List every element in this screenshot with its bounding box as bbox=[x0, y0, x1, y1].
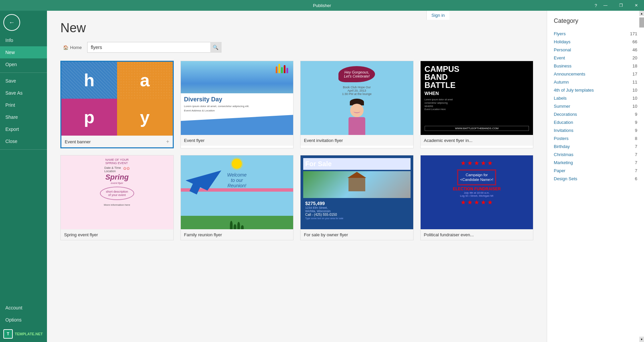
star-b2: ★ bbox=[467, 199, 473, 206]
maximize-button[interactable]: ❐ bbox=[613, 0, 629, 11]
category-item-event[interactable]: Event20 bbox=[554, 54, 637, 62]
category-label: Autumn bbox=[554, 80, 569, 85]
signin-button[interactable]: Sign in bbox=[426, 11, 449, 20]
category-label: Invitations bbox=[554, 128, 574, 133]
category-item-paper[interactable]: Paper7 bbox=[554, 167, 637, 175]
category-item-summer[interactable]: Summer10 bbox=[554, 102, 637, 110]
sidebar-item-account[interactable]: Account bbox=[0, 302, 47, 314]
template-name-event-invitation: Event invitation flyer bbox=[304, 138, 343, 143]
sidebar-item-save-as[interactable]: Save As bbox=[0, 87, 47, 99]
diversity-thumb: Diversity Day Lorem ipsum dolor sit amet… bbox=[181, 61, 293, 135]
diversity-title: Diversity Day bbox=[184, 96, 290, 103]
fundraiser-text: ELECTION FUNDRAISER bbox=[453, 187, 501, 191]
category-label: Marketing bbox=[554, 160, 573, 165]
sidebar-divider-1 bbox=[0, 72, 47, 73]
category-label: Event bbox=[554, 55, 565, 60]
diversity-text-area: Diversity Day Lorem ipsum dolor sit amet… bbox=[181, 93, 293, 115]
category-item-posters[interactable]: Posters8 bbox=[554, 135, 637, 143]
category-item-business[interactable]: Business18 bbox=[554, 62, 637, 70]
logo-text: TEMPLATE.NET bbox=[15, 332, 43, 336]
template-name-forsale: For sale by owner flyer bbox=[304, 232, 348, 237]
back-button[interactable]: ← bbox=[3, 14, 20, 31]
category-count: 11 bbox=[633, 80, 637, 85]
template-card-event-flyer[interactable]: Diversity Day Lorem ipsum dolor sit amet… bbox=[180, 61, 294, 148]
sidebar-item-export[interactable]: Export bbox=[0, 123, 47, 135]
template-label-spring: Spring event flyer bbox=[61, 229, 173, 240]
category-item-christmas[interactable]: Christmas7 bbox=[554, 151, 637, 159]
sidebar-item-info[interactable]: Info bbox=[0, 34, 47, 46]
stars-row-top: ★ ★ ★ ★ ★ bbox=[461, 159, 493, 167]
template-thumb-reunion: Welcometo ourReunion! bbox=[181, 155, 293, 229]
category-label: Design Sets bbox=[554, 176, 577, 181]
house-body bbox=[348, 178, 365, 191]
search-box: 🔍 bbox=[87, 42, 221, 53]
template-thumb-event-banner: h a p y bbox=[61, 62, 173, 136]
happy-cell-h: h bbox=[61, 62, 117, 99]
search-button[interactable]: 🔍 bbox=[210, 42, 221, 53]
category-item-holidays[interactable]: Holidays66 bbox=[554, 38, 637, 46]
home-button[interactable]: 🏠 Home bbox=[60, 44, 85, 51]
close-button[interactable]: ✕ bbox=[629, 0, 644, 11]
category-list: Flyers171Holidays66Personal46Event20Busi… bbox=[554, 30, 637, 183]
template-card-forsale[interactable]: For Sale $275,499 1234 Elm Street,Wichit… bbox=[300, 155, 414, 240]
minimize-button[interactable]: — bbox=[598, 0, 613, 11]
category-item-4th-of-july-templates[interactable]: 4th of July templates10 bbox=[554, 86, 637, 94]
category-item-labels[interactable]: Labels10 bbox=[554, 94, 637, 102]
star-5: ★ bbox=[487, 159, 493, 167]
template-card-event-banner[interactable]: h a p y Event banner + bbox=[60, 61, 174, 148]
title-bar: Publisher ? — ❐ ✕ bbox=[0, 0, 644, 11]
category-item-invitations[interactable]: Invitations9 bbox=[554, 127, 637, 135]
template-thumb-event-flyer: Diversity Day Lorem ipsum dolor sit amet… bbox=[181, 61, 293, 135]
category-item-flyers[interactable]: Flyers171 bbox=[554, 30, 637, 38]
scrollbar-thumb[interactable] bbox=[639, 17, 644, 28]
scrollbar-down[interactable]: ▼ bbox=[639, 337, 644, 342]
forsale-price: $275,499 bbox=[305, 201, 409, 206]
template-card-spring[interactable]: NAME OF YOURSPRING EVENT Date & TimeLoca… bbox=[60, 155, 174, 240]
template-card-academic[interactable]: CAMPUSBANDBATTLE WHEN Lorem ipsum dolor … bbox=[420, 61, 534, 148]
sidebar-item-close[interactable]: Close bbox=[0, 135, 47, 147]
category-label: Paper bbox=[554, 168, 566, 173]
sidebar-divider-2 bbox=[0, 149, 47, 150]
template-card-political[interactable]: ★ ★ ★ ★ ★ Campaign for<Candidate Name>! … bbox=[420, 155, 534, 240]
campus-thumb: CAMPUSBANDBATTLE WHEN Lorem ipsum dolor … bbox=[421, 61, 533, 135]
category-item-announcements[interactable]: Announcements17 bbox=[554, 70, 637, 78]
category-count: 10 bbox=[633, 104, 637, 109]
category-item-marketing[interactable]: Marketing7 bbox=[554, 159, 637, 167]
category-item-birthday[interactable]: Birthday7 bbox=[554, 143, 637, 151]
category-item-autumn[interactable]: Autumn11 bbox=[554, 78, 637, 86]
happy-cell-y: y bbox=[117, 99, 173, 136]
app-container: ← Info New Open Save Save As Print Share… bbox=[0, 11, 644, 342]
star-b3: ★ bbox=[474, 199, 479, 206]
sidebar-item-new[interactable]: New bbox=[0, 46, 47, 58]
sidebar-item-share[interactable]: Share bbox=[0, 111, 47, 123]
category-label: 4th of July templates bbox=[554, 88, 594, 93]
scrollbar-up[interactable]: ▲ bbox=[639, 11, 644, 16]
category-item-design-sets[interactable]: Design Sets6 bbox=[554, 175, 637, 183]
sidebar-item-options[interactable]: Options bbox=[0, 314, 47, 326]
category-label: Posters bbox=[554, 136, 569, 141]
category-count: 66 bbox=[633, 39, 637, 44]
forsale-thumb: For Sale $275,499 1234 Elm Street,Wichit… bbox=[301, 155, 413, 229]
sidebar-item-save[interactable]: Save bbox=[0, 75, 47, 87]
spring-thumb: NAME OF YOURSPRING EVENT Date & TimeLoca… bbox=[61, 155, 173, 229]
template-card-reunion[interactable]: Welcometo ourReunion! bbox=[180, 155, 294, 240]
template-label-event-invitation: Event invitation flyer bbox=[301, 135, 413, 146]
template-label-forsale: For sale by owner flyer bbox=[301, 229, 413, 240]
forsale-title: For Sale bbox=[305, 160, 409, 168]
category-item-personal[interactable]: Personal46 bbox=[554, 46, 637, 54]
category-item-education[interactable]: Education9 bbox=[554, 118, 637, 127]
template-card-event-invitation[interactable]: Hey Gorgeous,Let's Celebrate! Book Club … bbox=[300, 61, 414, 148]
home-label: Home bbox=[70, 45, 82, 50]
template-name-academic: Academic event flyer in... bbox=[424, 138, 473, 143]
category-label: Personal bbox=[554, 47, 571, 52]
help-button[interactable]: ? bbox=[595, 3, 597, 8]
template-thumb-political: ★ ★ ★ ★ ★ Campaign for<Candidate Name>! … bbox=[421, 155, 533, 229]
sidebar-item-print[interactable]: Print bbox=[0, 99, 47, 111]
category-count: 9 bbox=[635, 112, 637, 117]
sidebar-item-open[interactable]: Open bbox=[0, 58, 47, 70]
search-input[interactable] bbox=[88, 45, 210, 50]
category-item-decorations[interactable]: Decorations9 bbox=[554, 110, 637, 118]
category-label: Announcements bbox=[554, 71, 585, 77]
category-count: 46 bbox=[633, 47, 637, 52]
category-count: 6 bbox=[635, 176, 637, 181]
